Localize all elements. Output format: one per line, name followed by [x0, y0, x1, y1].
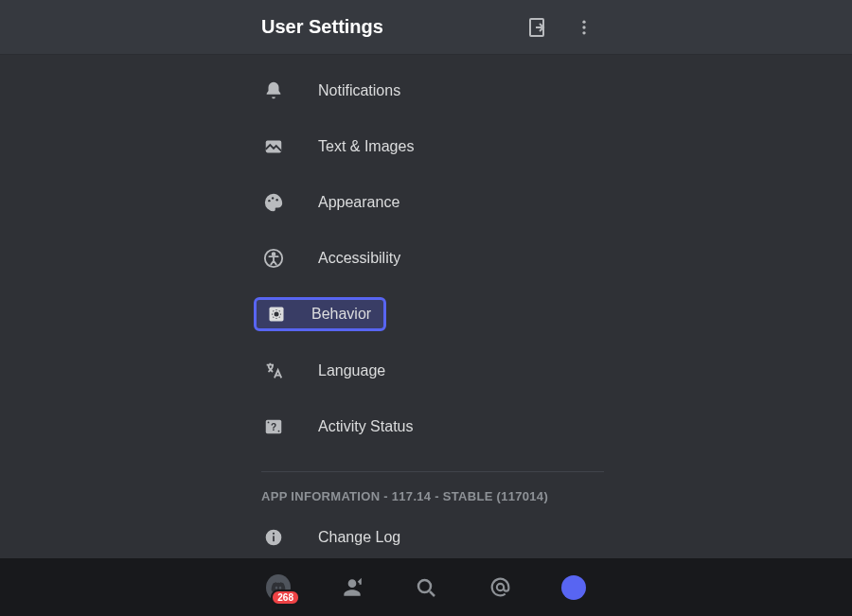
section-header-app-info: APP INFORMATION - 117.14 - STABLE (11701… [261, 471, 604, 503]
settings-item-label: Behavior [311, 306, 371, 323]
settings-item-label: Accessibility [318, 250, 400, 267]
accessibility-icon [263, 248, 284, 269]
svg-point-7 [275, 199, 277, 201]
nav-friends[interactable] [340, 575, 364, 600]
settings-item-appearance[interactable]: Appearance [244, 174, 604, 230]
settings-content: Notifications Text & Images Appearan [0, 55, 852, 558]
page-title: User Settings [261, 16, 527, 38]
settings-item-label: Appearance [318, 194, 399, 211]
bottom-nav: 268 [0, 558, 852, 616]
settings-item-accessibility[interactable]: Accessibility [244, 230, 604, 286]
settings-list: Notifications Text & Images Appearan [244, 62, 604, 558]
profile-avatar-icon [561, 575, 586, 600]
settings-item-label: Text & Images [318, 138, 414, 155]
info-icon [263, 527, 284, 548]
translate-icon [263, 361, 284, 381]
svg-point-3 [582, 31, 585, 34]
header-bar: User Settings [0, 0, 852, 55]
settings-item-language[interactable]: Language [244, 343, 604, 398]
header-icons [527, 16, 595, 39]
settings-item-label: Change Log [318, 529, 400, 546]
notification-badge: 268 [271, 590, 300, 606]
image-icon [263, 136, 284, 157]
nav-profile[interactable] [561, 575, 586, 600]
settings-item-text-images[interactable]: Text & Images [244, 118, 604, 174]
svg-point-11 [275, 312, 279, 317]
svg-point-18 [273, 532, 275, 534]
settings-item-label: Notifications [318, 82, 400, 99]
activity-icon: ? [263, 416, 284, 437]
svg-rect-17 [273, 536, 275, 541]
bell-icon [263, 80, 284, 101]
settings-item-label: Activity Status [318, 418, 413, 435]
exit-icon[interactable] [527, 16, 550, 39]
svg-point-6 [272, 197, 274, 199]
svg-point-20 [496, 584, 503, 590]
svg-point-1 [582, 20, 585, 23]
svg-point-5 [268, 199, 270, 201]
nav-home[interactable]: 268 [266, 575, 291, 600]
settings-item-change-log[interactable]: Change Log [244, 509, 604, 558]
nav-search[interactable] [414, 575, 438, 600]
svg-point-15 [278, 430, 280, 431]
settings-item-activity-status[interactable]: ? Activity Status [244, 398, 604, 454]
svg-point-19 [418, 580, 431, 592]
gear-box-icon [266, 304, 287, 325]
settings-item-label: Language [318, 362, 385, 379]
nav-mentions[interactable] [488, 575, 512, 600]
svg-point-9 [273, 253, 275, 255]
palette-icon [263, 192, 284, 213]
svg-text:?: ? [271, 421, 276, 431]
svg-point-2 [582, 26, 585, 28]
settings-item-notifications[interactable]: Notifications [244, 62, 604, 118]
more-vertical-icon[interactable] [573, 16, 595, 39]
svg-point-14 [268, 421, 270, 423]
settings-item-behavior[interactable]: Behavior [254, 297, 386, 331]
